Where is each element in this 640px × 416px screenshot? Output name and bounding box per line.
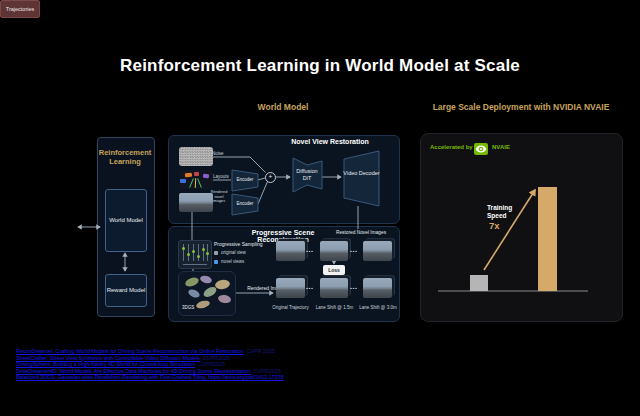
nvr-title: Novel View Restoration: [284, 138, 376, 145]
trajectories-node: Trajectories: [0, 0, 40, 18]
encoder2-label: Encoder: [232, 201, 258, 207]
original-trajectory-label: Original Trajectory: [268, 305, 313, 311]
rendered-novel-images-label: Rendered novel images: [208, 190, 230, 204]
gaussians-label: 3DGS: [182, 305, 194, 311]
restored-image-2: [320, 241, 348, 261]
legend-novel-views: novel views: [214, 259, 244, 265]
progressive-sampling-sliders: [178, 240, 212, 269]
restored-image-1: [276, 241, 305, 261]
slide: Reinforcement Learning in World Model at…: [0, 0, 640, 416]
paper-link-balanced3dgs[interactable]: Balanced 3DGS: Gaussian-wise Parallelism…: [16, 374, 284, 380]
video-decoder-label: Video Decoder: [343, 170, 380, 177]
rendered-row-image-2: [320, 278, 348, 298]
paper-link-streetcrafter[interactable]: StreetCrafter: Street View Synthesis wit…: [16, 355, 200, 361]
progressive-sampling-label: Progressive Sampling: [214, 241, 263, 247]
ellipsis-bottom-2: ...: [350, 283, 357, 290]
references: ReconDreamer: Crafting World Models for …: [16, 348, 284, 381]
rendered-row-image-3: [363, 278, 392, 298]
training-speed-label: Training Speed: [487, 204, 521, 220]
layouts-label: Layouts: [213, 174, 229, 180]
world-model-node: World Model: [105, 189, 147, 252]
deployment-section-label: Large Scale Deployment with NVIDIA NVAIE: [420, 102, 622, 112]
noise-thumbnail: [179, 147, 213, 166]
speedup-multiplier-label: 7x: [489, 220, 500, 231]
combine-plus-icon: +: [265, 172, 276, 183]
nvaie-label: NVAIE: [492, 144, 510, 150]
restored-novel-images-label: Restored Novel Images: [333, 230, 389, 236]
loss-box: Loss: [323, 265, 345, 275]
accelerated-by-label: Accelerated by: [430, 144, 473, 150]
ellipsis-bottom-1: ...: [306, 283, 313, 290]
legend-original-view: original view: [214, 250, 246, 256]
ellipsis-top-2: ...: [350, 246, 357, 253]
lane-shift-1-label: Lane Shift @ 1.5m: [312, 305, 357, 311]
layout-thumbnail: [179, 170, 213, 189]
baseline-bar: [470, 275, 488, 291]
original-view-swatch: [214, 251, 218, 255]
reward-model-node: Reward Model: [105, 274, 147, 307]
encoder1-label: Encoder: [232, 177, 258, 183]
deployment-panel: [420, 133, 623, 322]
rendered-row-image-1: [276, 278, 305, 298]
lane-shift-2-label: Lane Shift @ 3.0m: [355, 305, 401, 311]
nvidia-logo-icon: [474, 141, 488, 153]
world-model-section-label: World Model: [168, 102, 398, 112]
page-title: Reinforcement Learning in World Model at…: [0, 56, 640, 76]
novel-views-swatch: [214, 260, 218, 264]
rl-panel-title: Reinforcement Learning: [98, 148, 152, 167]
paper-link-recondreamer[interactable]: ReconDreamer: Crafting World Models for …: [16, 348, 244, 354]
ellipsis-top-1: ...: [306, 246, 313, 253]
restored-image-3: [363, 241, 392, 261]
accelerated-bar: [538, 187, 557, 291]
noise-label: Noise: [212, 151, 224, 157]
paper-link-drivedreamer4d[interactable]: DriveDreamer4D: World Models Are Effecti…: [16, 368, 251, 374]
paper-link-drivingsphere[interactable]: DrivingSphere: Building a High-fidelity …: [16, 361, 195, 367]
diffusion-dit-label: Diffusion DiT: [292, 168, 322, 182]
